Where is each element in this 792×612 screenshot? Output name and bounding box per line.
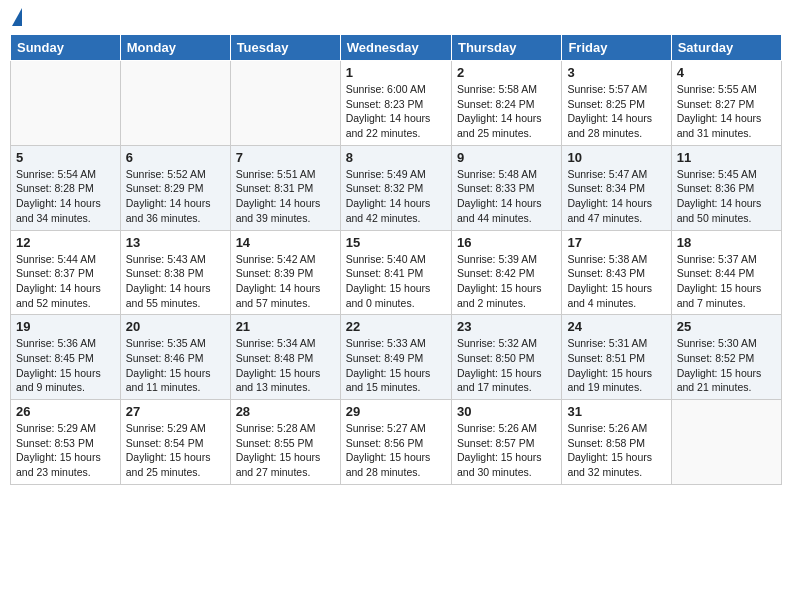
calendar-cell: 27Sunrise: 5:29 AM Sunset: 8:54 PM Dayli… — [120, 400, 230, 485]
day-info: Sunrise: 5:29 AM Sunset: 8:54 PM Dayligh… — [126, 421, 225, 480]
day-number: 10 — [567, 150, 665, 165]
day-number: 17 — [567, 235, 665, 250]
calendar-cell: 3Sunrise: 5:57 AM Sunset: 8:25 PM Daylig… — [562, 61, 671, 146]
day-number: 16 — [457, 235, 556, 250]
day-number: 24 — [567, 319, 665, 334]
header-monday: Monday — [120, 35, 230, 61]
calendar-header-row: SundayMondayTuesdayWednesdayThursdayFrid… — [11, 35, 782, 61]
day-number: 23 — [457, 319, 556, 334]
day-info: Sunrise: 5:33 AM Sunset: 8:49 PM Dayligh… — [346, 336, 446, 395]
day-number: 30 — [457, 404, 556, 419]
calendar-cell: 16Sunrise: 5:39 AM Sunset: 8:42 PM Dayli… — [451, 230, 561, 315]
calendar-cell: 21Sunrise: 5:34 AM Sunset: 8:48 PM Dayli… — [230, 315, 340, 400]
day-number: 3 — [567, 65, 665, 80]
calendar-cell: 31Sunrise: 5:26 AM Sunset: 8:58 PM Dayli… — [562, 400, 671, 485]
calendar-cell: 9Sunrise: 5:48 AM Sunset: 8:33 PM Daylig… — [451, 145, 561, 230]
calendar-cell: 25Sunrise: 5:30 AM Sunset: 8:52 PM Dayli… — [671, 315, 781, 400]
calendar-cell: 6Sunrise: 5:52 AM Sunset: 8:29 PM Daylig… — [120, 145, 230, 230]
day-info: Sunrise: 5:26 AM Sunset: 8:57 PM Dayligh… — [457, 421, 556, 480]
logo-triangle-icon — [12, 8, 22, 26]
day-info: Sunrise: 5:34 AM Sunset: 8:48 PM Dayligh… — [236, 336, 335, 395]
calendar-cell — [120, 61, 230, 146]
calendar-cell — [230, 61, 340, 146]
day-info: Sunrise: 5:31 AM Sunset: 8:51 PM Dayligh… — [567, 336, 665, 395]
day-number: 8 — [346, 150, 446, 165]
day-info: Sunrise: 5:49 AM Sunset: 8:32 PM Dayligh… — [346, 167, 446, 226]
calendar-cell: 22Sunrise: 5:33 AM Sunset: 8:49 PM Dayli… — [340, 315, 451, 400]
day-number: 18 — [677, 235, 776, 250]
day-number: 11 — [677, 150, 776, 165]
day-number: 2 — [457, 65, 556, 80]
day-number: 9 — [457, 150, 556, 165]
day-number: 20 — [126, 319, 225, 334]
calendar-week-row: 12Sunrise: 5:44 AM Sunset: 8:37 PM Dayli… — [11, 230, 782, 315]
day-number: 29 — [346, 404, 446, 419]
day-info: Sunrise: 5:54 AM Sunset: 8:28 PM Dayligh… — [16, 167, 115, 226]
day-info: Sunrise: 5:40 AM Sunset: 8:41 PM Dayligh… — [346, 252, 446, 311]
calendar-week-row: 26Sunrise: 5:29 AM Sunset: 8:53 PM Dayli… — [11, 400, 782, 485]
calendar-cell: 5Sunrise: 5:54 AM Sunset: 8:28 PM Daylig… — [11, 145, 121, 230]
calendar-cell: 28Sunrise: 5:28 AM Sunset: 8:55 PM Dayli… — [230, 400, 340, 485]
calendar-cell: 1Sunrise: 6:00 AM Sunset: 8:23 PM Daylig… — [340, 61, 451, 146]
calendar-cell: 10Sunrise: 5:47 AM Sunset: 8:34 PM Dayli… — [562, 145, 671, 230]
day-number: 28 — [236, 404, 335, 419]
day-info: Sunrise: 5:44 AM Sunset: 8:37 PM Dayligh… — [16, 252, 115, 311]
calendar-cell: 4Sunrise: 5:55 AM Sunset: 8:27 PM Daylig… — [671, 61, 781, 146]
calendar-cell: 19Sunrise: 5:36 AM Sunset: 8:45 PM Dayli… — [11, 315, 121, 400]
day-number: 15 — [346, 235, 446, 250]
day-info: Sunrise: 5:27 AM Sunset: 8:56 PM Dayligh… — [346, 421, 446, 480]
calendar-cell: 11Sunrise: 5:45 AM Sunset: 8:36 PM Dayli… — [671, 145, 781, 230]
logo — [10, 10, 22, 26]
day-info: Sunrise: 5:48 AM Sunset: 8:33 PM Dayligh… — [457, 167, 556, 226]
day-number: 25 — [677, 319, 776, 334]
day-number: 19 — [16, 319, 115, 334]
calendar-week-row: 1Sunrise: 6:00 AM Sunset: 8:23 PM Daylig… — [11, 61, 782, 146]
day-info: Sunrise: 5:37 AM Sunset: 8:44 PM Dayligh… — [677, 252, 776, 311]
calendar-cell: 7Sunrise: 5:51 AM Sunset: 8:31 PM Daylig… — [230, 145, 340, 230]
day-number: 31 — [567, 404, 665, 419]
page-header — [10, 10, 782, 26]
calendar-week-row: 5Sunrise: 5:54 AM Sunset: 8:28 PM Daylig… — [11, 145, 782, 230]
day-info: Sunrise: 5:35 AM Sunset: 8:46 PM Dayligh… — [126, 336, 225, 395]
day-info: Sunrise: 5:51 AM Sunset: 8:31 PM Dayligh… — [236, 167, 335, 226]
day-number: 14 — [236, 235, 335, 250]
day-number: 13 — [126, 235, 225, 250]
day-info: Sunrise: 5:47 AM Sunset: 8:34 PM Dayligh… — [567, 167, 665, 226]
calendar-cell: 18Sunrise: 5:37 AM Sunset: 8:44 PM Dayli… — [671, 230, 781, 315]
day-number: 7 — [236, 150, 335, 165]
calendar-cell: 17Sunrise: 5:38 AM Sunset: 8:43 PM Dayli… — [562, 230, 671, 315]
day-info: Sunrise: 5:26 AM Sunset: 8:58 PM Dayligh… — [567, 421, 665, 480]
calendar-cell: 13Sunrise: 5:43 AM Sunset: 8:38 PM Dayli… — [120, 230, 230, 315]
day-info: Sunrise: 5:29 AM Sunset: 8:53 PM Dayligh… — [16, 421, 115, 480]
calendar-cell: 26Sunrise: 5:29 AM Sunset: 8:53 PM Dayli… — [11, 400, 121, 485]
day-info: Sunrise: 5:32 AM Sunset: 8:50 PM Dayligh… — [457, 336, 556, 395]
calendar-cell: 20Sunrise: 5:35 AM Sunset: 8:46 PM Dayli… — [120, 315, 230, 400]
day-info: Sunrise: 5:28 AM Sunset: 8:55 PM Dayligh… — [236, 421, 335, 480]
day-number: 1 — [346, 65, 446, 80]
day-info: Sunrise: 5:57 AM Sunset: 8:25 PM Dayligh… — [567, 82, 665, 141]
day-number: 21 — [236, 319, 335, 334]
day-info: Sunrise: 5:39 AM Sunset: 8:42 PM Dayligh… — [457, 252, 556, 311]
day-number: 26 — [16, 404, 115, 419]
day-info: Sunrise: 5:55 AM Sunset: 8:27 PM Dayligh… — [677, 82, 776, 141]
day-number: 22 — [346, 319, 446, 334]
calendar-cell: 30Sunrise: 5:26 AM Sunset: 8:57 PM Dayli… — [451, 400, 561, 485]
day-info: Sunrise: 5:58 AM Sunset: 8:24 PM Dayligh… — [457, 82, 556, 141]
day-number: 12 — [16, 235, 115, 250]
day-info: Sunrise: 5:36 AM Sunset: 8:45 PM Dayligh… — [16, 336, 115, 395]
calendar-cell: 2Sunrise: 5:58 AM Sunset: 8:24 PM Daylig… — [451, 61, 561, 146]
day-info: Sunrise: 5:45 AM Sunset: 8:36 PM Dayligh… — [677, 167, 776, 226]
calendar-cell: 23Sunrise: 5:32 AM Sunset: 8:50 PM Dayli… — [451, 315, 561, 400]
day-number: 27 — [126, 404, 225, 419]
calendar-cell: 8Sunrise: 5:49 AM Sunset: 8:32 PM Daylig… — [340, 145, 451, 230]
day-info: Sunrise: 6:00 AM Sunset: 8:23 PM Dayligh… — [346, 82, 446, 141]
day-info: Sunrise: 5:30 AM Sunset: 8:52 PM Dayligh… — [677, 336, 776, 395]
calendar-table: SundayMondayTuesdayWednesdayThursdayFrid… — [10, 34, 782, 485]
calendar-cell: 29Sunrise: 5:27 AM Sunset: 8:56 PM Dayli… — [340, 400, 451, 485]
calendar-cell: 24Sunrise: 5:31 AM Sunset: 8:51 PM Dayli… — [562, 315, 671, 400]
day-info: Sunrise: 5:38 AM Sunset: 8:43 PM Dayligh… — [567, 252, 665, 311]
day-number: 4 — [677, 65, 776, 80]
header-tuesday: Tuesday — [230, 35, 340, 61]
header-thursday: Thursday — [451, 35, 561, 61]
header-wednesday: Wednesday — [340, 35, 451, 61]
